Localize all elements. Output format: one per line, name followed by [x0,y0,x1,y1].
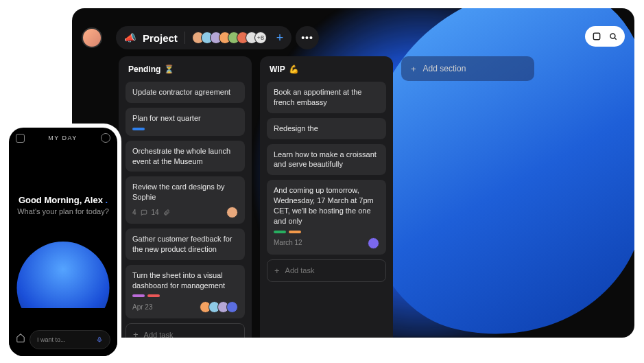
column-header[interactable]: WIP💪 [267,63,386,77]
phone-header-title: MY DAY [48,134,77,141]
task-card[interactable]: Redesign the [267,118,386,139]
task-title: Learn how to make a croissant and serve … [274,150,379,170]
user-avatar[interactable] [82,27,102,48]
phone-header: MY DAY [9,128,117,148]
board-column: WIP💪Book an appotiment at the french emb… [260,56,393,338]
quick-input[interactable]: I want to... [29,330,110,349]
task-card[interactable]: Book an appotiment at the french embassy [267,82,386,113]
column-header[interactable]: Pending⏳ [126,63,245,77]
task-card[interactable]: Turn the sheet into a visual dashboard f… [126,265,245,319]
task-meta: March 12 [274,237,379,249]
member-overflow-count[interactable]: +8 [254,32,267,44]
task-card[interactable]: Orchestrate the whole launch event at th… [126,141,245,172]
task-title: Turn the sheet into a visual dashboard f… [132,270,238,291]
svg-rect-2 [99,337,101,340]
task-title: Orchestrate the whole launch event at th… [132,146,238,167]
grid-icon[interactable] [16,134,25,143]
task-date: March 12 [274,238,302,248]
member-avatars[interactable]: +8 [192,32,267,44]
greeting-line-2: What's your plan for today? [9,207,117,215]
search-icon[interactable] [608,32,618,41]
task-card[interactable]: Update contractor agreement [126,82,245,103]
task-title: Book an appotiment at the french embassy [274,87,379,108]
task-title: Gather customer feedback for the new pro… [132,234,238,255]
add-task-button[interactable]: +Add task [267,259,386,282]
svg-rect-0 [593,33,599,39]
project-toolbar: 📣 Project +8 + [116,26,291,49]
task-card[interactable]: Gather customer feedback for the new pro… [126,229,245,260]
svg-point-1 [610,34,615,38]
mood-icon[interactable] [101,133,110,143]
expand-icon[interactable] [592,32,601,41]
task-title: Update contractor agreement [132,87,238,97]
add-task-button[interactable]: +Add task [126,323,245,338]
quick-input-placeholder: I want to... [37,336,91,343]
project-title[interactable]: Project [143,32,178,44]
task-meta: Apr 23 [132,301,238,313]
task-title: And coming up tomorrow, Wednesday, 17 Ma… [274,185,379,226]
mic-icon[interactable] [96,335,103,344]
greeting-line-1: Good Morning, Alex . [9,195,117,205]
task-card[interactable]: Plan for next quarter [126,108,245,136]
task-assignees [202,301,238,313]
task-date: Apr 23 [132,303,152,312]
task-card[interactable]: Learn how to make a croissant and serve … [267,144,386,176]
task-assignees [370,237,379,249]
greeting: Good Morning, Alex . What's your plan fo… [9,195,117,215]
task-tags [132,294,238,297]
task-meta: 414 [132,207,238,218]
task-title: Review the card designs by Sophie [132,182,238,202]
task-card[interactable]: Review the card designs by Sophie414 [126,176,245,224]
board-column: Pending⏳Update contractor agreementPlan … [119,56,252,338]
more-button[interactable]: ••• [296,26,319,49]
phone-frame: MY DAY Good Morning, Alex . What's your … [5,124,121,360]
task-assignees [229,207,238,218]
divider [184,32,185,44]
add-section-button[interactable]: +Add section [401,56,534,81]
task-tags [274,231,379,233]
home-icon[interactable] [16,333,25,345]
kanban-board: Pending⏳Update contractor agreementPlan … [119,56,534,338]
task-card[interactable]: And coming up tomorrow, Wednesday, 17 Ma… [267,180,386,254]
add-member-button[interactable]: + [276,31,284,45]
desktop-window: 📣 Project +8 + ••• Pending⏳Update contra… [72,8,634,338]
window-controls [585,26,625,47]
task-title: Redesign the [274,124,379,134]
phone-screen: MY DAY Good Morning, Alex . What's your … [9,128,117,356]
task-tags [132,128,238,130]
project-emoji-icon: 📣 [124,32,136,43]
task-title: Plan for next quarter [132,113,238,124]
